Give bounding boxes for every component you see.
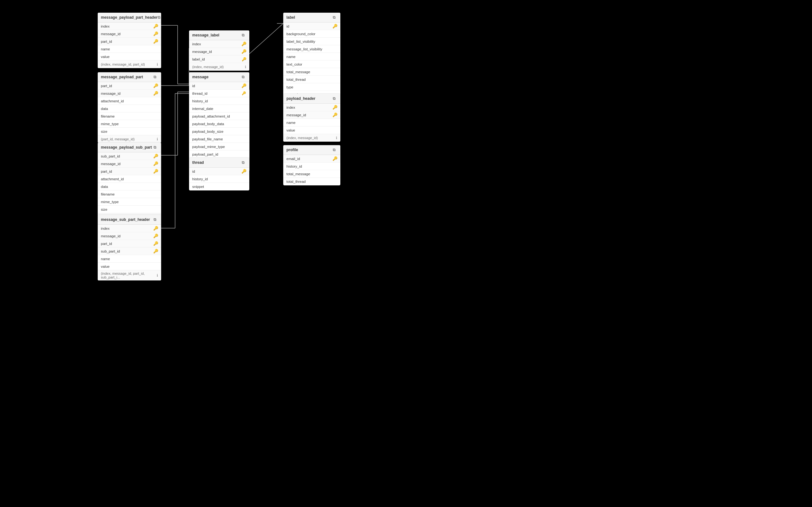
table-name: payload_header: [287, 96, 315, 101]
table-row: history_id: [189, 175, 249, 183]
table-header: message_payload_part_header ⧉: [98, 13, 161, 22]
table-row: size: [98, 128, 161, 135]
table-row: name: [283, 119, 340, 126]
external-link-icon[interactable]: ⧉: [158, 15, 160, 20]
table-row: history_id: [189, 97, 249, 105]
pk-icon: 🔑: [242, 42, 246, 46]
table-row: index 🔑: [98, 22, 161, 30]
table-message-payload-part-header: message_payload_part_header ⧉ index 🔑 me…: [98, 13, 161, 68]
table-row: payload_part_id: [189, 151, 249, 158]
table-index-row: (index, message_id) ℹ: [283, 134, 340, 142]
table-row: index 🔑: [98, 225, 161, 232]
table-row: history_id: [283, 163, 340, 170]
pk-icon: 🔑: [154, 234, 158, 238]
table-row: email_id 🔑: [283, 155, 340, 163]
table-row: part_id 🔑: [98, 82, 161, 90]
info-icon[interactable]: ℹ: [157, 274, 158, 278]
table-row: sub_part_id 🔑: [98, 153, 161, 160]
table-name: label: [287, 15, 295, 20]
pk-icon: 🔑: [333, 24, 337, 29]
table-row: sub_part_id 🔑: [98, 247, 161, 255]
info-icon[interactable]: ℹ: [336, 136, 337, 140]
table-name: thread: [192, 160, 204, 165]
table-row: message_id 🔑: [98, 30, 161, 38]
table-row: message_id 🔑: [189, 48, 249, 55]
pk-icon: 🔑: [242, 83, 246, 88]
table-row: part_id 🔑: [98, 168, 161, 175]
table-row: id 🔑: [283, 22, 340, 30]
table-thread: thread ⧉ id 🔑 history_id snippet: [189, 158, 249, 190]
table-label: label ⧉ id 🔑 background_color label_list…: [283, 13, 340, 106]
table-header: message_sub_part_header ⧉: [98, 215, 161, 225]
table-row: name: [98, 255, 161, 263]
table-row: filename: [98, 190, 161, 198]
table-row: total_message: [283, 170, 340, 178]
table-row: index 🔑: [283, 104, 340, 111]
pk-icon: 🔑: [333, 157, 337, 161]
table-row: background_color: [283, 30, 340, 38]
table-row: attachment_id: [98, 175, 161, 183]
pk-icon: 🔑: [154, 83, 158, 88]
table-index-row: (index, message_id, part_id, sub_part_i.…: [98, 270, 161, 280]
table-row: message_id 🔑: [283, 111, 340, 119]
table-row: payload_attachment_id: [189, 112, 249, 120]
external-link-icon[interactable]: ⧉: [242, 160, 246, 165]
table-index-row: (index, message_id) ℹ: [189, 63, 249, 71]
info-icon[interactable]: ℹ: [245, 65, 246, 69]
pk-icon: 🔑: [154, 91, 158, 96]
table-header: message_payload_part ⧉: [98, 72, 161, 82]
pk-icon: 🔑: [154, 169, 158, 174]
table-row: mime_type: [98, 120, 161, 128]
pk-icon: 🔑: [154, 249, 158, 253]
table-message-label: message_label ⧉ index 🔑 message_id 🔑 lab…: [189, 31, 249, 71]
db-canvas: message_payload_part_header ⧉ index 🔑 me…: [0, 0, 812, 507]
table-row: part_id 🔑: [98, 240, 161, 247]
table-row: id 🔑: [189, 82, 249, 90]
table-row: text_color: [283, 60, 340, 68]
table-row: payload_mime_type: [189, 143, 249, 151]
table-row: attachment_id: [98, 97, 161, 105]
table-name: message_payload_part_header: [101, 15, 158, 20]
pk-icon: 🔑: [154, 241, 158, 246]
table-header: payload_header ⧉: [283, 94, 340, 104]
table-row: label_list_visibility: [283, 38, 340, 45]
external-link-icon[interactable]: ⧉: [333, 148, 337, 152]
table-header: message_label ⧉: [189, 31, 249, 40]
external-link-icon[interactable]: ⧉: [333, 15, 337, 20]
fk-icon: 🔑: [242, 91, 246, 96]
external-link-icon[interactable]: ⧉: [154, 217, 158, 222]
table-row: name: [98, 45, 161, 53]
table-row: payload_body_size: [189, 128, 249, 135]
table-index-row: (part_id, message_id) ℹ: [98, 135, 161, 143]
pk-icon: 🔑: [154, 162, 158, 166]
external-link-icon[interactable]: ⧉: [154, 145, 158, 150]
external-link-icon[interactable]: ⧉: [242, 33, 246, 38]
table-row: total_thread: [283, 76, 340, 83]
pk-icon: 🔑: [242, 169, 246, 174]
pk-icon: 🔑: [154, 226, 158, 231]
pk-icon: 🔑: [333, 105, 337, 110]
pk-icon: 🔑: [154, 39, 158, 44]
table-row: label_id 🔑: [189, 55, 249, 63]
table-row: internal_date: [189, 105, 249, 112]
external-link-icon[interactable]: ⧉: [242, 75, 246, 79]
table-row: filename: [98, 112, 161, 120]
external-link-icon[interactable]: ⧉: [154, 75, 158, 79]
table-row: id 🔑: [189, 168, 249, 175]
table-row: mime_type: [98, 198, 161, 206]
table-row: total_message: [283, 68, 340, 76]
table-row: index 🔑: [189, 40, 249, 48]
table-row: total_thread: [283, 178, 340, 185]
table-row: snippet: [189, 183, 249, 190]
external-link-icon[interactable]: ⧉: [333, 96, 337, 101]
pk-icon: 🔑: [333, 113, 337, 117]
info-icon[interactable]: ℹ: [157, 137, 158, 141]
table-header: profile ⧉: [283, 145, 340, 155]
table-row: value: [98, 263, 161, 270]
fk-icon: 🔑: [242, 57, 247, 61]
table-row: data: [98, 183, 161, 190]
table-header: message ⧉: [189, 72, 249, 82]
table-header: message_payload_sub_part ⧉: [98, 143, 161, 153]
info-icon[interactable]: ℹ: [157, 62, 158, 66]
table-row: message_list_visibility: [283, 45, 340, 53]
